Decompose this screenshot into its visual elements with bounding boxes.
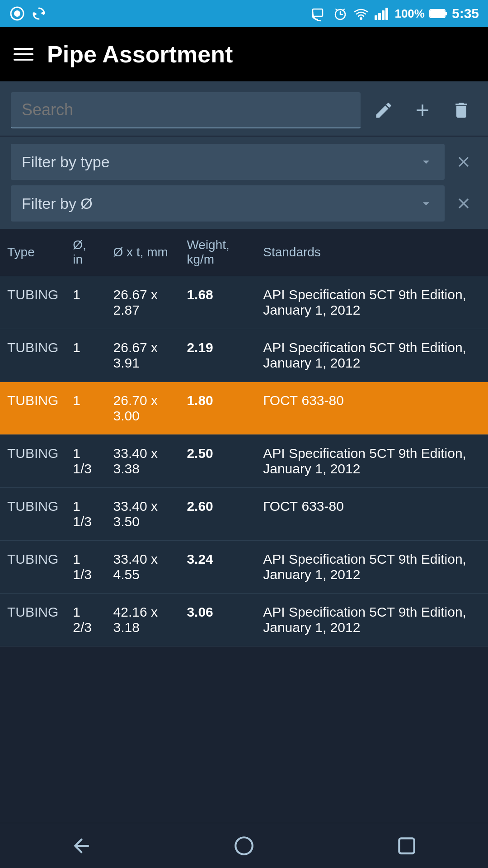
cell-type-5: TUBING bbox=[0, 541, 66, 594]
search-area bbox=[0, 81, 488, 136]
edit-button[interactable] bbox=[368, 94, 399, 126]
cell-weight-1: 2.19 bbox=[179, 329, 256, 382]
svg-rect-16 bbox=[430, 10, 445, 17]
status-time: 5:35 bbox=[452, 6, 479, 21]
cell-type-4: TUBING bbox=[0, 488, 66, 541]
cell-diameter_mm-5: 33.40 x 4.55 bbox=[106, 541, 180, 594]
cell-standards-2: ГОСТ 633-80 bbox=[256, 382, 488, 435]
svg-rect-12 bbox=[378, 13, 381, 20]
filter-diameter-chevron-icon bbox=[418, 196, 434, 211]
filter-type-row: Filter by type bbox=[11, 144, 477, 180]
delete-button[interactable] bbox=[446, 94, 477, 126]
cell-standards-1: API Specification 5CT 9th Edition, Janua… bbox=[256, 329, 488, 382]
battery-icon bbox=[429, 9, 447, 19]
col-diameter-mm-header: Ø x t, mm bbox=[106, 229, 180, 276]
svg-rect-13 bbox=[382, 10, 385, 20]
hamburger-menu[interactable] bbox=[14, 48, 33, 61]
filter-diameter-row: Filter by Ø bbox=[11, 185, 477, 222]
home-icon bbox=[233, 835, 255, 857]
table-row[interactable]: TUBING1 1/333.40 x 4.553.24API Specifica… bbox=[0, 541, 488, 594]
status-bar-right: 100% 5:35 bbox=[311, 5, 479, 22]
svg-rect-4 bbox=[313, 9, 323, 16]
table-row[interactable]: TUBING1 2/342.16 x 3.183.06API Specifica… bbox=[0, 594, 488, 646]
cell-type-6: TUBING bbox=[0, 594, 66, 646]
delete-icon bbox=[451, 100, 471, 120]
table-row[interactable]: TUBING126.67 x 2.871.68API Specification… bbox=[0, 276, 488, 329]
hamburger-line-1 bbox=[14, 48, 33, 50]
status-bar: 100% 5:35 bbox=[0, 0, 488, 27]
recent-nav-button[interactable] bbox=[325, 823, 488, 868]
filter-diameter-dropdown[interactable]: Filter by Ø bbox=[11, 185, 445, 222]
table-row[interactable]: TUBING1 1/333.40 x 3.382.50API Specifica… bbox=[0, 435, 488, 488]
cell-diameter_in-2: 1 bbox=[66, 382, 106, 435]
cell-diameter_in-5: 1 1/3 bbox=[66, 541, 106, 594]
table-header-row: Type Ø, in Ø x t, mm Weight, kg/m Standa… bbox=[0, 229, 488, 276]
battery-level: 100% bbox=[394, 7, 425, 21]
svg-marker-2 bbox=[41, 11, 44, 15]
cell-weight-4: 2.60 bbox=[179, 488, 256, 541]
filter-type-close-icon bbox=[455, 153, 472, 170]
cell-diameter_mm-4: 33.40 x 3.50 bbox=[106, 488, 180, 541]
cell-weight-2: 1.80 bbox=[179, 382, 256, 435]
table-row[interactable]: TUBING126.67 x 3.912.19API Specification… bbox=[0, 329, 488, 382]
svg-point-1 bbox=[14, 10, 20, 17]
status-bar-left bbox=[9, 5, 47, 22]
svg-point-18 bbox=[235, 837, 253, 854]
add-icon bbox=[413, 100, 432, 120]
cell-weight-6: 3.06 bbox=[179, 594, 256, 646]
page-title: Pipe Assortment bbox=[47, 41, 474, 68]
filter-type-chevron-icon bbox=[418, 154, 434, 170]
signal-icon bbox=[374, 5, 390, 22]
cell-standards-5: API Specification 5CT 9th Edition, Janua… bbox=[256, 541, 488, 594]
cell-diameter_in-3: 1 1/3 bbox=[66, 435, 106, 488]
cell-diameter_mm-0: 26.67 x 2.87 bbox=[106, 276, 180, 329]
svg-line-9 bbox=[343, 9, 345, 10]
cell-diameter_in-1: 1 bbox=[66, 329, 106, 382]
cell-weight-5: 3.24 bbox=[179, 541, 256, 594]
data-table-container: Type Ø, in Ø x t, mm Weight, kg/m Standa… bbox=[0, 229, 488, 646]
cell-standards-3: API Specification 5CT 9th Edition, Janua… bbox=[256, 435, 488, 488]
cell-diameter_in-0: 1 bbox=[66, 276, 106, 329]
svg-rect-19 bbox=[399, 838, 414, 853]
add-button[interactable] bbox=[407, 94, 438, 126]
filter-type-close-button[interactable] bbox=[450, 148, 477, 175]
cast-icon bbox=[311, 5, 328, 22]
app-bar: Pipe Assortment bbox=[0, 27, 488, 81]
filter-diameter-close-button[interactable] bbox=[450, 190, 477, 217]
cell-weight-3: 2.50 bbox=[179, 435, 256, 488]
cell-weight-0: 1.68 bbox=[179, 276, 256, 329]
col-standards-header: Standards bbox=[256, 229, 488, 276]
cell-diameter_in-6: 1 2/3 bbox=[66, 594, 106, 646]
cell-standards-4: ГОСТ 633-80 bbox=[256, 488, 488, 541]
wifi-icon bbox=[353, 5, 369, 22]
pipe-table: Type Ø, in Ø x t, mm Weight, kg/m Standa… bbox=[0, 229, 488, 646]
svg-rect-11 bbox=[375, 15, 377, 20]
col-weight-header: Weight, kg/m bbox=[179, 229, 256, 276]
col-diameter-in-header: Ø, in bbox=[66, 229, 106, 276]
back-nav-button[interactable] bbox=[0, 823, 163, 868]
alarm-icon bbox=[332, 5, 348, 22]
table-row[interactable]: TUBING126.70 x 3.001.80ГОСТ 633-80 bbox=[0, 382, 488, 435]
filter-type-label: Filter by type bbox=[22, 153, 110, 171]
svg-point-10 bbox=[360, 17, 362, 20]
svg-line-8 bbox=[336, 9, 338, 10]
nav-bar bbox=[0, 823, 488, 868]
cell-type-1: TUBING bbox=[0, 329, 66, 382]
back-icon bbox=[70, 835, 93, 857]
cell-diameter_mm-6: 42.16 x 3.18 bbox=[106, 594, 180, 646]
home-nav-button[interactable] bbox=[163, 823, 325, 868]
cell-standards-6: API Specification 5CT 9th Edition, Janua… bbox=[256, 594, 488, 646]
svg-rect-14 bbox=[385, 8, 388, 20]
search-wrapper[interactable] bbox=[11, 92, 361, 128]
search-input[interactable] bbox=[22, 100, 350, 119]
filter-diameter-label: Filter by Ø bbox=[22, 195, 93, 212]
edit-icon bbox=[374, 100, 394, 120]
filter-area: Filter by type Filter by Ø bbox=[0, 137, 488, 229]
cell-diameter_mm-1: 26.67 x 3.91 bbox=[106, 329, 180, 382]
cell-standards-0: API Specification 5CT 9th Edition, Janua… bbox=[256, 276, 488, 329]
svg-marker-3 bbox=[33, 12, 37, 16]
cell-type-3: TUBING bbox=[0, 435, 66, 488]
filter-type-dropdown[interactable]: Filter by type bbox=[11, 144, 445, 180]
svg-rect-17 bbox=[445, 12, 447, 15]
table-row[interactable]: TUBING1 1/333.40 x 3.502.60ГОСТ 633-80 bbox=[0, 488, 488, 541]
